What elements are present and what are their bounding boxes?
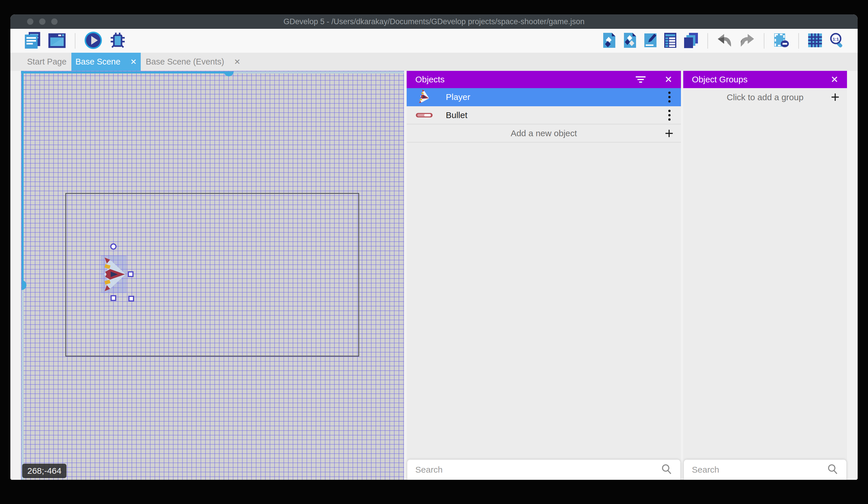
maximize-window-button[interactable] <box>51 18 58 25</box>
tab-base-scene-events[interactable]: Base Scene (Events) ✕ <box>143 53 244 71</box>
object-groups-empty-area <box>683 106 847 460</box>
vertical-scrollbar-thumb[interactable] <box>22 280 27 290</box>
tab-label: Start Page <box>27 57 66 67</box>
grid-icon <box>808 33 823 49</box>
filter-icon[interactable] <box>636 76 645 83</box>
horizontal-scrollbar-track[interactable] <box>229 71 404 73</box>
tab-base-scene[interactable]: Base Scene ✕ <box>71 53 141 71</box>
add-group-plus-icon[interactable]: + <box>831 89 839 105</box>
add-group-row[interactable]: Click to add a group + <box>683 88 847 106</box>
minimize-window-button[interactable] <box>39 18 45 25</box>
toolbar-divider <box>707 33 708 49</box>
svg-text:1:1: 1:1 <box>833 37 839 41</box>
add-group-label: Click to add a group <box>727 92 804 102</box>
search-icon <box>661 463 672 476</box>
toggle-objects-panel-button[interactable] <box>602 32 617 50</box>
undo-button[interactable] <box>717 33 733 49</box>
horizontal-scrollbar-thumb[interactable] <box>224 71 234 76</box>
zoom-1-1-button[interactable]: 1:1 <box>829 32 844 50</box>
rotate-handle[interactable] <box>110 243 116 250</box>
toggle-instances-list-button[interactable] <box>664 32 677 50</box>
scene-editor-window-icon <box>48 31 66 50</box>
resize-handle-bottom[interactable] <box>111 295 116 301</box>
toolbar-divider <box>75 33 75 49</box>
objects-panel-header: Objects ✕ <box>407 71 681 88</box>
gdevelop-window: GDevelop 5 - /Users/dkarakay/Documents/G… <box>10 14 858 480</box>
vertical-scrollbar-track[interactable] <box>22 285 24 480</box>
object-name: Bullet <box>446 110 666 120</box>
object-groups-panel-title: Object Groups <box>692 74 747 84</box>
tab-label: Base Scene (Events) <box>146 57 224 67</box>
toolbar-divider <box>798 33 799 49</box>
toggle-layers-panel-button[interactable] <box>683 32 699 50</box>
objects-panel-title: Objects <box>415 74 445 84</box>
object-row-bullet[interactable]: Bullet <box>407 106 681 124</box>
play-preview-button[interactable] <box>84 31 102 50</box>
redo-button[interactable] <box>739 33 755 49</box>
objects-search-input[interactable] <box>415 465 661 475</box>
close-window-button[interactable] <box>27 18 33 25</box>
layers-stack-icon <box>683 32 699 50</box>
bug-debug-icon <box>109 31 127 50</box>
groups-search-box <box>684 460 846 480</box>
editor-content: 268;-464 Objects ✕ <box>10 71 858 480</box>
toolbar-divider <box>764 33 764 49</box>
traffic-lights <box>27 18 58 25</box>
resize-handle-right[interactable] <box>128 271 134 277</box>
toggle-object-groups-panel-button[interactable] <box>623 32 637 50</box>
search-icon <box>827 463 838 476</box>
play-icon <box>84 31 102 50</box>
objects-page-icon <box>602 32 617 50</box>
tab-start-page[interactable]: Start Page <box>24 53 69 71</box>
scene-canvas[interactable]: 268;-464 <box>21 71 404 480</box>
window-title: GDevelop 5 - /Users/dkarakay/Documents/G… <box>10 17 858 26</box>
tab-close-icon[interactable]: ✕ <box>130 57 137 67</box>
player-instance[interactable] <box>101 256 126 293</box>
close-object-groups-panel-icon[interactable]: ✕ <box>830 74 838 85</box>
toolbar-right-group: 1:1 <box>602 32 844 50</box>
object-groups-panel-header: Object Groups ✕ <box>683 71 847 88</box>
properties-pencil-icon <box>643 32 657 50</box>
object-row-player[interactable]: Player <box>407 88 681 106</box>
add-new-object-label: Add a new object <box>510 129 577 138</box>
tab-bar: Start Page Base Scene ✕ Base Scene (Even… <box>10 53 858 71</box>
toggle-window-mask-button[interactable] <box>773 32 790 50</box>
tab-close-icon[interactable]: ✕ <box>234 57 241 67</box>
objects-panel-empty-area <box>407 143 681 460</box>
desktop-background: GDevelop 5 - /Users/dkarakay/Documents/G… <box>0 0 868 504</box>
bullet-icon <box>415 112 433 118</box>
toggle-properties-panel-button[interactable] <box>643 32 657 50</box>
zoom-1-1-magnifier-icon: 1:1 <box>829 32 844 50</box>
objects-search-box <box>407 460 680 480</box>
player-ship-icon <box>415 90 433 104</box>
toolbar: 1:1 <box>10 29 858 53</box>
object-groups-page-icon <box>623 32 637 50</box>
resize-handle-bottom-right[interactable] <box>128 296 134 302</box>
undo-arrow-icon <box>717 33 733 49</box>
tab-label: Base Scene <box>75 57 120 67</box>
toggle-grid-button[interactable] <box>808 33 823 49</box>
close-objects-panel-icon[interactable]: ✕ <box>664 74 672 85</box>
add-new-object-row[interactable]: Add a new object + <box>407 124 681 143</box>
instances-list-icon <box>664 32 677 50</box>
window-mask-icon <box>773 32 790 50</box>
horizontal-scrollbar[interactable] <box>21 71 229 73</box>
object-groups-panel: Object Groups ✕ Click to add a group + <box>683 71 847 480</box>
cursor-coordinates-badge: 268;-464 <box>22 464 66 478</box>
toolbar-left-group <box>24 31 127 50</box>
object-menu-icon[interactable] <box>666 90 672 104</box>
object-menu-icon[interactable] <box>666 108 672 122</box>
objects-panel: Objects ✕ <box>407 71 681 480</box>
project-manager-button[interactable] <box>24 31 41 50</box>
titlebar: GDevelop 5 - /Users/dkarakay/Documents/G… <box>10 14 858 29</box>
debugger-button[interactable] <box>109 31 127 50</box>
object-name: Player <box>446 92 666 102</box>
project-manager-icon <box>24 31 41 50</box>
vertical-scrollbar[interactable] <box>22 71 24 285</box>
groups-search-input[interactable] <box>692 465 827 475</box>
scene-editor-button[interactable] <box>48 31 66 50</box>
add-object-plus-icon[interactable]: + <box>665 125 673 142</box>
redo-arrow-icon <box>739 33 755 49</box>
